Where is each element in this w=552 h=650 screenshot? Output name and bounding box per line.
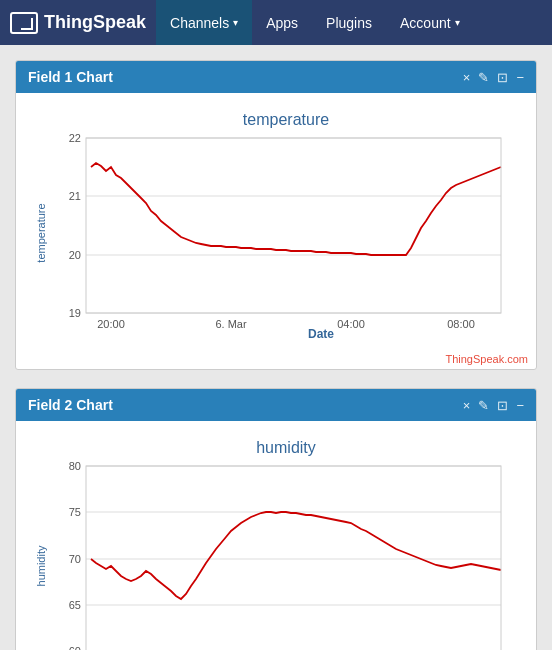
svg-text:6. Mar: 6. Mar	[215, 318, 247, 330]
svg-text:22: 22	[69, 132, 81, 144]
svg-text:20: 20	[69, 249, 81, 261]
channels-caret-icon: ▾	[233, 17, 238, 28]
field1-chart-body: temperature temperature Date 22 21	[16, 93, 536, 351]
nav-item-apps[interactable]: Apps	[252, 0, 312, 45]
field1-edit-icon[interactable]: ✎	[478, 70, 489, 85]
field1-minimize-icon[interactable]: −	[516, 70, 524, 85]
svg-text:65: 65	[69, 599, 81, 611]
field2-minimize-icon[interactable]: −	[516, 398, 524, 413]
field1-chart-svg: temperature temperature Date 22 21	[31, 103, 521, 343]
account-caret-icon: ▾	[455, 17, 460, 28]
svg-text:21: 21	[69, 190, 81, 202]
svg-rect-33	[86, 466, 501, 650]
svg-text:Date: Date	[308, 327, 334, 341]
field1-controls: × ✎ ⊡ −	[463, 70, 524, 85]
svg-text:80: 80	[69, 460, 81, 472]
logo: ThingSpeak	[10, 12, 146, 34]
nav-item-channels[interactable]: Channels ▾	[156, 0, 252, 45]
nav-items: Channels ▾ Apps Plugins Account ▾	[156, 0, 474, 45]
svg-text:60: 60	[69, 645, 81, 650]
field2-chart-header: Field 2 Chart × ✎ ⊡ −	[16, 389, 536, 421]
svg-text:temperature: temperature	[35, 203, 47, 262]
field1-attribution: ThingSpeak.com	[16, 351, 536, 369]
nav-item-account[interactable]: Account ▾	[386, 0, 474, 45]
field2-popout-icon[interactable]: ⊡	[497, 398, 508, 413]
field2-chart-body: humidity humidity Date 80 75 70	[16, 421, 536, 650]
field1-close-button[interactable]: ×	[463, 70, 471, 85]
field1-chart-title: Field 1 Chart	[28, 69, 113, 85]
logo-icon	[10, 12, 38, 34]
svg-text:humidity: humidity	[256, 439, 316, 456]
field2-edit-icon[interactable]: ✎	[478, 398, 489, 413]
svg-text:08:00: 08:00	[447, 318, 475, 330]
field1-chart-header: Field 1 Chart × ✎ ⊡ −	[16, 61, 536, 93]
navbar: ThingSpeak Channels ▾ Apps Plugins Accou…	[0, 0, 552, 45]
logo-text: ThingSpeak	[44, 12, 146, 33]
field1-chart-card: Field 1 Chart × ✎ ⊡ − temperature temper…	[15, 60, 537, 370]
field1-popout-icon[interactable]: ⊡	[497, 70, 508, 85]
field2-controls: × ✎ ⊡ −	[463, 398, 524, 413]
field2-close-button[interactable]: ×	[463, 398, 471, 413]
svg-text:20:00: 20:00	[97, 318, 125, 330]
svg-text:75: 75	[69, 506, 81, 518]
svg-rect-15	[86, 138, 501, 313]
svg-text:humidity: humidity	[35, 545, 47, 586]
field2-chart-title: Field 2 Chart	[28, 397, 113, 413]
svg-text:04:00: 04:00	[337, 318, 365, 330]
main-content: Field 1 Chart × ✎ ⊡ − temperature temper…	[0, 45, 552, 650]
field2-chart-svg: humidity humidity Date 80 75 70	[31, 431, 521, 650]
nav-item-plugins[interactable]: Plugins	[312, 0, 386, 45]
svg-text:temperature: temperature	[243, 111, 329, 128]
field2-chart-card: Field 2 Chart × ✎ ⊡ − humidity humidity …	[15, 388, 537, 650]
svg-text:70: 70	[69, 553, 81, 565]
svg-text:19: 19	[69, 307, 81, 319]
